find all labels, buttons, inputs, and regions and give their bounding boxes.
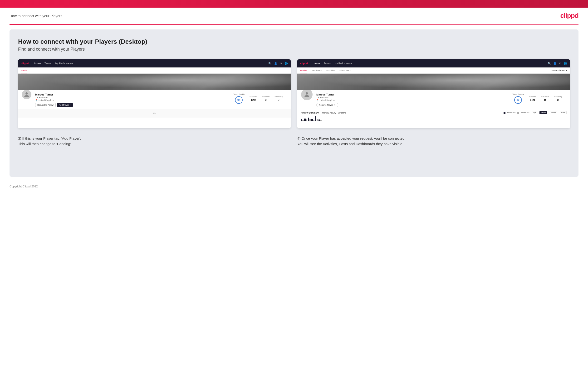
search-icon-right[interactable]: 🔍	[548, 62, 551, 65]
stat-followers-right: Followers 0	[541, 95, 549, 102]
screenshot-bottom-left: ✏	[18, 109, 291, 117]
globe-icon-right[interactable]: 🌐	[564, 62, 567, 65]
profile-details-right: Marcus Turner 1-5 Handicap 📍 United King…	[316, 93, 509, 107]
nav-myperformance-left[interactable]: My Performance	[55, 62, 73, 65]
activity-summary-section: Activity Summary Monthly Activity · 6 Mo…	[297, 109, 570, 123]
activity-period: Monthly Activity · 6 Months	[322, 112, 346, 114]
header-title: How to connect with your Players	[9, 14, 62, 18]
stat-activities-right: Activities 129	[528, 95, 536, 102]
bar-on-1	[301, 119, 302, 121]
caption-left-text: 3) If this is your Player tap, 'Add Play…	[18, 136, 81, 146]
profile-hero-right	[297, 74, 570, 90]
profile-hero-img-left	[18, 74, 291, 90]
profile-hero-img-right	[297, 74, 570, 90]
tab-activities-right[interactable]: Activities	[326, 67, 335, 73]
legend-off-course-dot	[517, 112, 519, 114]
tab-dashboard-right[interactable]: Dashboard	[311, 67, 322, 73]
caption-right-text: 4) Once your Player has accepted your re…	[297, 136, 406, 146]
caption-right: 4) Once your Player has accepted your re…	[297, 136, 570, 147]
nav-logo-right: clippd	[300, 62, 308, 65]
activity-title-period: Activity Summary Monthly Activity · 6 Mo…	[301, 112, 346, 114]
page-heading: How to connect with your Players (Deskto…	[18, 38, 570, 45]
activity-controls: On course Off course 1 yr 6 mths 3 mths …	[503, 111, 567, 114]
globe-icon-left[interactable]: 🌐	[285, 62, 288, 65]
bar-on-4	[311, 119, 313, 121]
header-divider	[9, 24, 579, 25]
footer-text: Copyright Clippd 2022	[9, 185, 38, 188]
legend-off-course-label: Off course	[521, 112, 529, 114]
add-player-button[interactable]: Add Player +	[57, 103, 73, 107]
quality-label-left: Player Quality	[233, 93, 245, 95]
stat-following-right: Following 0	[554, 95, 562, 102]
app-tabs-left: Profile	[18, 67, 291, 74]
caption-left: 3) If this is your Player tap, 'Add Play…	[18, 136, 291, 147]
plus-icon: +	[70, 104, 71, 106]
nav-teams-left[interactable]: Teams	[44, 62, 51, 65]
pencil-icon: ✏	[153, 111, 156, 116]
stat-quality-right: Player Quality 92	[512, 93, 524, 104]
stats-row-right: Player Quality 92 Activities 129 Followe…	[512, 93, 567, 104]
period-6mths-btn[interactable]: 6 mths	[539, 111, 547, 114]
profile-actions-left: Request to Follow Add Player +	[35, 103, 230, 107]
footer: Copyright Clippd 2022	[0, 182, 588, 192]
player-name-left: Marcus Turner	[35, 93, 230, 96]
tab-what-to-on-right[interactable]: What To On	[339, 67, 351, 73]
stat-quality-left: Player Quality 92	[233, 93, 245, 104]
avatar-left	[21, 89, 32, 100]
player-name-tab-right: Marcus Turner ▾	[551, 67, 567, 73]
tab-profile-right[interactable]: Profile	[300, 67, 307, 73]
profile-info-left: Marcus Turner 1-5 Handicap 📍 United King…	[18, 90, 291, 109]
settings-icon-left[interactable]: ⚙	[280, 62, 282, 65]
user-icon-left[interactable]: 👤	[274, 62, 277, 65]
search-icon-left[interactable]: 🔍	[268, 62, 272, 65]
player-name-right: Marcus Turner	[316, 93, 509, 96]
location-pin-right: 📍	[316, 99, 319, 101]
quality-label-right: Player Quality	[512, 93, 524, 95]
nav-home-left[interactable]: Home	[34, 62, 41, 65]
bar-on-3	[308, 117, 309, 121]
stats-row-left: Player Quality 92 Activities 129 Followe…	[233, 93, 287, 104]
top-accent-bar	[0, 0, 588, 8]
player-location-right: 📍 United Kingdom	[316, 99, 509, 101]
bar-off-1	[302, 120, 304, 121]
profile-details-left: Marcus Turner 1-5 Handicap 📍 United King…	[35, 93, 230, 107]
app-nav-left: clippd Home Teams My Performance 🔍 👤 ⚙ 🌐	[18, 59, 291, 67]
bar-off-5	[317, 119, 318, 121]
nav-teams-right[interactable]: Teams	[324, 62, 331, 65]
bar-off-3	[310, 119, 311, 121]
player-handicap-right: 1-5 Handicap	[316, 96, 509, 99]
bar-group-4	[311, 119, 314, 121]
nav-home-right[interactable]: Home	[313, 62, 320, 65]
tab-profile-left[interactable]: Profile	[21, 67, 27, 73]
legend-on-course-dot	[503, 112, 505, 114]
request-follow-button[interactable]: Request to Follow	[35, 103, 56, 107]
settings-icon-right[interactable]: ⚙	[559, 62, 561, 65]
bar-off-4	[313, 120, 314, 121]
screenshot-left: clippd Home Teams My Performance 🔍 👤 ⚙ 🌐…	[18, 59, 291, 128]
screenshots-row: clippd Home Teams My Performance 🔍 👤 ⚙ 🌐…	[18, 59, 570, 128]
user-icon-right[interactable]: 👤	[553, 62, 557, 65]
player-location-left: 📍 United Kingdom	[35, 99, 230, 101]
player-handicap-left: 1-5 Handicap	[35, 96, 230, 99]
bar-group-2	[304, 118, 307, 121]
bar-on-6	[319, 119, 320, 121]
page-subheading: Find and connect with your Players	[18, 47, 570, 52]
period-1yr-btn[interactable]: 1 yr	[532, 111, 537, 114]
activity-legend: On course Off course	[503, 112, 529, 114]
stat-activities-left: Activities 129	[249, 95, 257, 102]
profile-info-right: Marcus Turner 1-5 Handicap 📍 United King…	[297, 90, 570, 109]
period-3mths-btn[interactable]: 3 mths	[550, 111, 558, 114]
activity-summary-header: Activity Summary Monthly Activity · 6 Mo…	[301, 111, 567, 114]
bar-off-6	[320, 120, 322, 121]
remove-player-button[interactable]: Remove Player ✕	[316, 103, 338, 107]
activity-bars	[301, 116, 567, 121]
tabs-spacer-right	[356, 67, 547, 73]
header: How to connect with your Players clippd	[0, 8, 588, 24]
bar-off-2	[306, 119, 307, 121]
bar-on-2	[304, 118, 306, 121]
close-icon: ✕	[334, 104, 336, 106]
quality-circle-left: 92	[235, 96, 243, 104]
period-1mth-btn[interactable]: 1 mth	[560, 111, 567, 114]
captions-row: 3) If this is your Player tap, 'Add Play…	[18, 136, 570, 147]
nav-myperformance-right[interactable]: My Performance	[335, 62, 352, 65]
